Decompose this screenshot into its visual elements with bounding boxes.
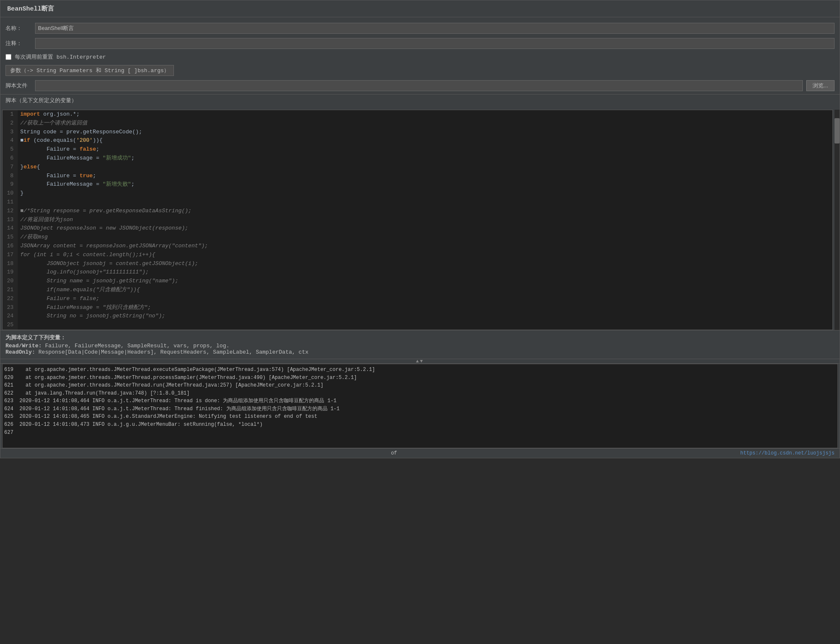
line-number: 13 [3, 216, 18, 225]
code-line: 14 JSONObject responseJson = new JSONObj… [3, 224, 832, 233]
line-number: 1 [3, 110, 18, 119]
code-line: 7 }else{ [3, 163, 832, 172]
browse-button[interactable]: 浏览... [806, 80, 835, 91]
code-line: 17 for (int i = 0;i < content.length();i… [3, 251, 832, 260]
line-content: } [18, 189, 832, 198]
ro-label: ReadOnly: [5, 349, 35, 355]
code-editor-wrapper: 1 import org.json.*; 2 //获取上一个请求的返回值 3 S… [0, 110, 840, 330]
rw-label: Read/Write: [5, 343, 42, 349]
script-section-label: 脚本（见下文所定义的变量） [5, 97, 77, 104]
code-line: 16 JSONArray content = responseJson.getJ… [3, 242, 832, 251]
pagination-of: of [391, 450, 397, 456]
code-line: 10 } [3, 189, 832, 198]
code-line: 25 [3, 321, 832, 330]
params-label: 参数（-> String Parameters 和 String [ ]bsh.… [5, 65, 174, 76]
log-line: 625 2020-01-12 14:01:08,465 INFO o.a.j.e… [4, 413, 836, 421]
title-bar: BeanShell断言 [0, 0, 840, 17]
line-number: 22 [3, 295, 18, 303]
code-line: 3 String code = prev.getResponseCode(); [3, 128, 832, 137]
line-content: }else{ [18, 163, 832, 172]
line-number: 2 [3, 119, 18, 128]
line-number: 8 [3, 172, 18, 181]
name-row: 名称： [0, 21, 840, 36]
line-content: //获取上一个请求的返回值 [18, 119, 832, 128]
script-file-input[interactable] [35, 80, 803, 91]
line-number: 12 [3, 207, 18, 216]
reset-checkbox[interactable] [5, 54, 11, 60]
bottom-url-area: https://blog.csdn.net/luojsjsjs [740, 450, 835, 456]
comment-input[interactable] [35, 38, 835, 49]
main-container: BeanShell断言 名称： 注释： 每次调用前重置 bsh.Interpre… [0, 0, 840, 458]
code-line: 2 //获取上一个请求的返回值 [3, 119, 832, 128]
line-content: import org.json.*; [18, 110, 832, 119]
code-line: 12 ■/*String response = prev.getResponse… [3, 207, 832, 216]
log-line: 627 [4, 429, 836, 437]
line-number: 4 [3, 136, 18, 145]
line-number: 24 [3, 312, 18, 321]
code-line: 15 //获取msg [3, 233, 832, 242]
line-number: 16 [3, 242, 18, 251]
ro-line: ReadOnly: Response[Data|Code|Message|Hea… [5, 349, 835, 355]
log-line: 623 2020-01-12 14:01:08,464 INFO o.a.j.t… [4, 397, 836, 405]
line-number: 23 [3, 303, 18, 312]
comment-label: 注释： [5, 40, 35, 47]
line-content: if(name.equals("只含糖配方")){ [18, 286, 832, 295]
code-scrollbar[interactable] [835, 110, 840, 330]
line-content: ■/*String response = prev.getResponseDat… [18, 207, 832, 216]
line-number: 15 [3, 233, 18, 242]
log-line: 620 at org.apache.jmeter.threads.JMeterT… [4, 374, 836, 382]
line-content: FailureMessage = "新增失败"; [18, 180, 832, 189]
line-number: 6 [3, 154, 18, 163]
bottom-url: https://blog.csdn.net/luojsjsjs [740, 450, 835, 456]
line-content: FailureMessage = "新增成功"; [18, 154, 832, 163]
line-content: //获取msg [18, 233, 832, 242]
code-line: 23 FailureMessage = "找到只含糖配方"; [3, 303, 832, 312]
log-line: 626 2020-01-12 14:01:08,473 INFO o.a.j.g… [4, 421, 836, 429]
line-content: FailureMessage = "找到只含糖配方"; [18, 303, 832, 312]
code-editor[interactable]: 1 import org.json.*; 2 //获取上一个请求的返回值 3 S… [0, 110, 835, 330]
line-number: 14 [3, 224, 18, 233]
line-content [18, 321, 832, 330]
window-title: BeanShell断言 [7, 5, 54, 13]
line-number: 18 [3, 260, 18, 268]
rw-line: Read/Write: Failure, FailureMessage, Sam… [5, 343, 835, 349]
code-line: 22 Failure = false; [3, 295, 832, 303]
code-line: 20 String name = jsonobj.getString("name… [3, 277, 832, 286]
log-panel: 619 at org.apache.jmeter.threads.JMeterT… [2, 364, 838, 448]
code-line: 9 FailureMessage = "新增失败"; [3, 180, 832, 189]
scrollbar-thumb[interactable] [835, 118, 840, 143]
log-line: 621 at org.apache.jmeter.threads.JMeterT… [4, 382, 836, 390]
pagination: of [391, 450, 397, 456]
script-file-label: 脚本文件 [5, 82, 35, 89]
line-number: 5 [3, 145, 18, 154]
params-row: 参数（-> String Parameters 和 String [ ]bsh.… [0, 63, 840, 78]
form-section: 名称： 注释： 每次调用前重置 bsh.Interpreter 参数（-> St… [0, 17, 840, 110]
line-content: //将返回值转为json [18, 216, 832, 225]
variables-section: 为脚本定义了下列变量： Read/Write: Failure, Failure… [0, 330, 840, 359]
line-content: Failure = false; [18, 295, 832, 303]
code-area[interactable]: 1 import org.json.*; 2 //获取上一个请求的返回值 3 S… [2, 110, 833, 330]
log-line: 624 2020-01-12 14:01:08,464 INFO o.a.j.t… [4, 405, 836, 413]
bottom-bar: of https://blog.csdn.net/luojsjsjs [0, 448, 840, 458]
checkbox-label: 每次调用前重置 bsh.Interpreter [15, 53, 106, 61]
script-label-bar: 脚本（见下文所定义的变量） [0, 94, 840, 106]
code-line: 11 [3, 198, 832, 207]
name-label: 名称： [5, 24, 35, 32]
line-content: Failure = true; [18, 172, 832, 181]
code-line: 1 import org.json.*; [3, 110, 832, 119]
ro-values: Response[Data|Code|Message|Headers], Req… [38, 349, 309, 355]
line-content: String no = jsonobj.getString("no"); [18, 312, 832, 321]
line-content: ■if (code.equals('200')){ [18, 136, 832, 145]
name-input[interactable] [35, 23, 835, 34]
resize-handle[interactable]: ▲▼ [0, 359, 840, 364]
comment-row: 注释： [0, 36, 840, 51]
checkbox-row: 每次调用前重置 bsh.Interpreter [0, 51, 840, 63]
log-line: 622 at java.lang.Thread.run(Thread.java:… [4, 390, 836, 398]
line-content: JSONArray content = responseJson.getJSON… [18, 242, 832, 251]
log-line: 619 at org.apache.jmeter.threads.JMeterT… [4, 366, 836, 374]
line-number: 20 [3, 277, 18, 286]
line-content: for (int i = 0;i < content.length();i++)… [18, 251, 832, 260]
line-number: 25 [3, 321, 18, 330]
code-line: 5 Failure = false; [3, 145, 832, 154]
code-lines: 1 import org.json.*; 2 //获取上一个请求的返回值 3 S… [3, 110, 832, 330]
